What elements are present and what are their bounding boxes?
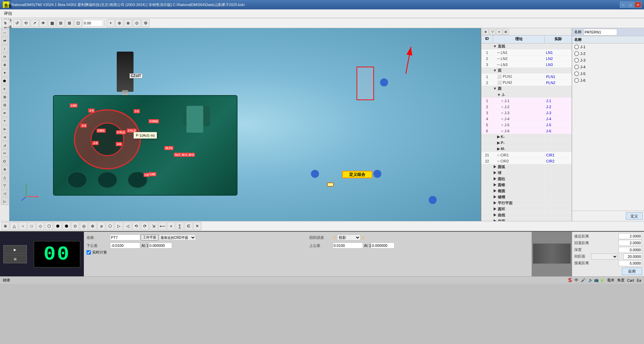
left-btn-7[interactable]: ⬟ (1, 77, 8, 84)
btb-20[interactable]: ∝ (167, 222, 175, 230)
retreat-dist-input[interactable] (619, 240, 642, 246)
value-input[interactable] (83, 20, 103, 26)
tree-row[interactable]: ▶ 圆环 (481, 206, 572, 212)
tree-row[interactable]: ▶ 圆柱 (481, 176, 572, 182)
toolbar-btn-11[interactable]: ⊕ (115, 19, 123, 27)
left-btn-8[interactable]: ≡ (1, 85, 8, 92)
realtime-checkbox[interactable] (87, 250, 91, 255)
maximize-button[interactable]: □ (627, 2, 634, 8)
form-name-input[interactable] (110, 234, 140, 240)
left-btn-2[interactable]: ⇄ (1, 37, 8, 44)
tree-row[interactable]: 2 ○ J-2J-2 (481, 104, 572, 110)
nearest-select[interactable]: 最靠近的CRD平面 (159, 234, 196, 240)
tree-row[interactable]: ▼ J- (481, 92, 572, 98)
pattern-name-input[interactable] (584, 29, 617, 36)
projection-select[interactable]: 投影 (337, 234, 361, 240)
upper-tol-input[interactable] (333, 243, 363, 249)
gap-select[interactable] (591, 254, 618, 260)
tree-row[interactable]: 3 ─ LN3LN3 (481, 62, 572, 68)
left-btn-10[interactable]: ⊟ (1, 101, 8, 109)
btb-7[interactable]: ⬢ (54, 222, 62, 230)
tree-row[interactable]: 22 ○ CIR2CIR2 (481, 158, 572, 164)
tree-row[interactable]: ▶ P- (481, 140, 572, 146)
left-btn-9[interactable]: ⊞ (1, 93, 8, 100)
tree-row[interactable]: ▼ 圆 (481, 86, 572, 92)
toolbar-btn-1[interactable]: 🖱 (1, 19, 9, 27)
left-btn-14[interactable]: ⊲ (1, 133, 8, 141)
left-btn-21[interactable]: ◁ (1, 190, 8, 197)
toolbar-btn-8[interactable]: ⊠ (65, 19, 73, 27)
toolbar-btn-5[interactable]: 👁 (39, 19, 47, 27)
tree-row[interactable]: ▶ K- (481, 134, 572, 140)
max-err-input[interactable] (371, 243, 394, 249)
tree-row[interactable]: 2 ⬜ PLN2PLN2 (481, 80, 572, 86)
left-btn-1[interactable]: ↔ (1, 29, 8, 36)
btb-11[interactable]: ⊗ (89, 222, 97, 230)
tree-row[interactable]: ▼ 面 (481, 68, 572, 74)
toolbar-btn-2[interactable]: ↺ (13, 19, 21, 27)
tree-row[interactable]: ▶ M- (481, 146, 572, 152)
btb-18[interactable]: ⇲ (150, 222, 158, 230)
tree-toolbar-btn-2[interactable]: ▽ (489, 29, 495, 35)
tree-row[interactable]: 1 ─ LN1LN1 (481, 50, 572, 56)
tree-row[interactable]: 4 ○ J-4J-4 (481, 116, 572, 122)
menu-item-测量[interactable]: 测量 (1, 3, 15, 10)
left-btn-22[interactable]: ▷ (1, 198, 8, 205)
tree-row[interactable]: ▶ 圆弧 (481, 164, 572, 170)
tree-row[interactable]: 5 ○ J-5J-5 (481, 122, 572, 128)
toolbar-btn-14[interactable]: ⚙ (142, 19, 150, 27)
pattern-item[interactable]: J-2 (572, 50, 644, 57)
btb-21[interactable]: ∑ (176, 222, 184, 230)
menu-item-评估[interactable]: 评估 (1, 10, 15, 17)
apply-button[interactable]: 应用 (622, 268, 642, 275)
btb-10[interactable]: ◎ (80, 222, 88, 230)
menu-item-操作[interactable]: 操作 (1, 0, 15, 3)
toolbar-btn-10[interactable]: + (107, 19, 115, 27)
tree-row[interactable]: 21 ○ CIR1CIR1 (481, 152, 572, 158)
btb-5[interactable]: ◇ (36, 222, 44, 230)
tree-toolbar-btn-1[interactable]: ⊕ (483, 29, 489, 35)
btb-16[interactable]: ⟲ (132, 222, 140, 230)
btb-4[interactable]: □ (28, 222, 36, 230)
left-btn-5[interactable]: ⊕ (1, 61, 8, 68)
viewport-3d[interactable]: CZ10T LN3 J-3 J-2 J-4 CIR1 CYL2 CYL3 CON… (9, 28, 481, 221)
btb-12[interactable]: ⌀ (97, 222, 105, 230)
tree-row[interactable]: 3 ○ J-3J-3 (481, 110, 572, 116)
approach-dist-input[interactable] (619, 233, 642, 239)
btb-6[interactable]: ⬡ (45, 222, 53, 230)
tree-row[interactable]: ▶ 曲面 (481, 218, 572, 221)
measure-btn-2[interactable]: ⊞ (3, 255, 27, 263)
btb-15[interactable]: ◁ (123, 222, 131, 230)
left-btn-18[interactable]: ⊛ (1, 165, 8, 173)
btb-17[interactable]: ⟳ (141, 222, 149, 230)
btb-2[interactable]: △ (10, 222, 18, 230)
btb-14[interactable]: ▷ (115, 222, 123, 230)
depth-input[interactable] (619, 247, 642, 253)
tree-row[interactable]: 2 ─ LN2LN2 (481, 56, 572, 62)
pattern-item[interactable]: J-5 (572, 70, 644, 77)
toolbar-btn-9[interactable]: ⊡ (74, 19, 82, 27)
left-btn-20[interactable]: ▽ (1, 182, 8, 189)
current-err-input[interactable] (149, 243, 172, 249)
toolbar-btn-12[interactable]: ⊗ (124, 19, 132, 27)
btb-3[interactable]: ○ (19, 222, 27, 230)
measure-btn-1[interactable]: ▶ (3, 245, 27, 254)
left-btn-17[interactable]: ⌬ (1, 157, 8, 165)
left-btn-11[interactable]: ✒ (1, 109, 8, 117)
left-btn-19[interactable]: △ (1, 174, 8, 181)
toolbar-btn-7[interactable]: ⊞ (57, 19, 65, 27)
tree-toolbar-btn-3[interactable]: ≡ (496, 29, 502, 35)
tree-row[interactable]: ▶ 圆锥 (481, 182, 572, 188)
tree-row[interactable]: ▶ 键槽 (481, 194, 572, 200)
pattern-item[interactable]: J-6 (572, 77, 644, 84)
tree-row[interactable]: ▼ 直线 (481, 44, 572, 50)
pattern-item[interactable]: J-3 (572, 57, 644, 64)
gap-input[interactable] (624, 254, 642, 260)
tree-row[interactable]: ▶ 曲线 (481, 212, 572, 218)
toolbar-btn-6[interactable]: ▦ (48, 19, 56, 27)
left-btn-6[interactable]: ✦ (1, 69, 8, 76)
workplane-button[interactable]: 工作平面 (141, 234, 158, 240)
btb-23[interactable]: ✕ (193, 222, 201, 230)
btb-13[interactable]: ⬠ (106, 222, 114, 230)
pattern-item[interactable]: J-4 (572, 64, 644, 70)
